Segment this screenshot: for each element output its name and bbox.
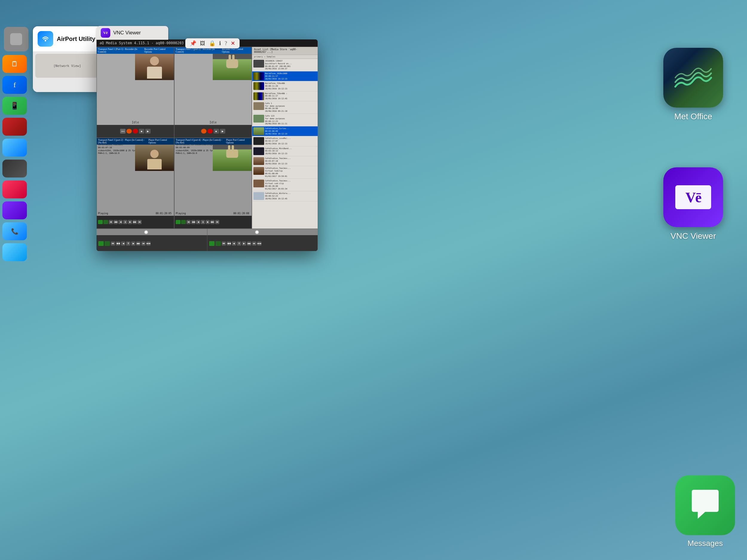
ctrl-btn-prev[interactable]: ⟵ [120, 129, 126, 133]
transport-panel-4: Transport Panel 4 [port-4] - Player (In … [174, 138, 252, 229]
asset-item-4[interactable]: Bars&Tone_720x486 :00:00:11:1718/05/2016… [252, 92, 318, 101]
ctrl-btn-rec-2[interactable] [207, 129, 213, 133]
progress-bar-1[interactable] [97, 229, 207, 235]
ctrl-btn-eject[interactable] [126, 129, 132, 133]
tc-pause-l[interactable]: ⏸ [126, 241, 130, 246]
ctrl-green2-4[interactable] [181, 220, 186, 224]
airport-utility-card[interactable]: AirPort Utility [Network View] [33, 26, 102, 92]
asset-item-6[interactable]: Cafe 123for demo purposes00:00:12:2328/0… [252, 114, 318, 126]
app-icon-6[interactable] [2, 159, 27, 178]
panel-3-status-row: Playing 00:01:20:05 [98, 212, 174, 215]
tc-play-r[interactable]: ▶ [242, 241, 246, 246]
progress-bar-2[interactable] [207, 229, 318, 235]
progress-handle-1[interactable] [144, 230, 148, 234]
tc-back-r[interactable]: ◀◀ [227, 241, 231, 246]
reminders-app-icon[interactable]: 🗒 [2, 55, 27, 73]
vnc-viewer-icon[interactable]: Vē [663, 167, 723, 227]
tc-pause-r[interactable]: ⏸ [237, 241, 241, 246]
tc-green-l1[interactable] [98, 241, 104, 246]
tc-back-l[interactable]: ◀◀ [116, 241, 120, 246]
panel-2-controls[interactable]: ■ ▶ [175, 125, 252, 137]
lock-icon[interactable]: 🔒 [209, 40, 215, 47]
app-icon-9[interactable]: 📞 [2, 222, 27, 240]
tc-frame-r[interactable]: ◀ [232, 241, 236, 246]
tc-green-l2[interactable] [105, 241, 110, 246]
app-icon-5[interactable] [2, 139, 27, 157]
ctrl-back-4[interactable]: ◀◀ [191, 220, 196, 224]
tc-green-r2[interactable] [215, 241, 221, 246]
ctrl-btn-rec[interactable] [133, 129, 138, 133]
help-icon[interactable]: ? [225, 40, 227, 47]
ctrl-pause-3[interactable]: ⏸ [123, 220, 127, 224]
panel-3-controls[interactable]: ⏮ ◀◀ ◀ ⏸ ▶ ▶▶ ⏭ [97, 216, 174, 228]
ctrl-back-3[interactable]: ◀◀ [113, 220, 118, 224]
ctrl-btn-play[interactable]: ▶ [145, 129, 151, 133]
screenshot-icon[interactable]: 🖼 [200, 40, 205, 47]
asset-item-2-selected[interactable]: Bars&Tone_1920x108000:00:11:1718/05/2016… [252, 71, 318, 81]
asset-thumb-8 [253, 137, 264, 145]
tc-ffw-r[interactable]: ⏭ [252, 241, 256, 246]
ctrl-green2-3[interactable] [103, 220, 108, 224]
ctrl-btn-stop[interactable]: ■ [139, 129, 144, 133]
asset-item-11[interactable]: CafeStudios_Tea(mov...Virtual Subclip00:… [252, 166, 318, 179]
tc-play-l[interactable]: ▶ [131, 241, 135, 246]
asset-item-1[interactable]: 20160826-130437QuickStart Record on...00… [252, 59, 318, 71]
ctrl-btn-play-2[interactable]: ▶ [220, 129, 225, 133]
facebook-app-icon[interactable]: f [2, 76, 27, 94]
app-icon-4[interactable] [2, 118, 27, 136]
asset-item-7-selected[interactable]: CafeStudios_Curiou...00:03:08:0918/05/20… [252, 126, 318, 136]
met-office-icon[interactable] [663, 48, 723, 108]
ctrl-btn-stop-2[interactable]: ■ [214, 129, 219, 133]
tc-ff-r[interactable]: ▶▶ [247, 241, 251, 246]
tc-green-r1[interactable] [209, 241, 214, 246]
ctrl-frame-back-3[interactable]: ◀ [118, 220, 123, 224]
pin-icon[interactable]: 📌 [190, 40, 196, 47]
asset-item-3[interactable]: Bars&Tone_720x48600:00:11:2018/05/2016 1… [252, 81, 318, 91]
asset-item-10[interactable]: CafeStudios_Tea(mov...00:03:07:1818/05/2… [252, 156, 318, 166]
ctrl-frame-back-4[interactable]: ◀ [196, 220, 200, 224]
facetime-app-icon[interactable]: 📱 [2, 97, 27, 115]
unknown-app-icon-1[interactable] [4, 27, 28, 51]
ctrl-ffw-3[interactable]: ⏭ [137, 220, 141, 224]
panel-2-status: Idle [209, 121, 216, 124]
ctrl-play-4[interactable]: ▶ [206, 220, 210, 224]
asset-item-8[interactable]: CafeStudios_LoveMe(...00:02:17:0718/05/2… [252, 136, 318, 146]
ctrl-rew-3[interactable]: ⏮ [109, 220, 113, 224]
met-office-waves-svg [672, 63, 714, 93]
app-icon-7[interactable] [2, 180, 27, 198]
asset-item-13[interactable]: CafeStudios_Winterw...00:00:52:2318/05/2… [252, 191, 318, 201]
tc-end-r[interactable]: ⏭⏭ [257, 241, 261, 246]
asset-item-12[interactable]: CafeStudios_Tea(mov...Virtual sub-clip00… [252, 179, 318, 191]
app-icon-8[interactable] [2, 201, 27, 219]
ctrl-pause-4[interactable]: ⏸ [201, 220, 205, 224]
ctrl-rew-4[interactable]: ⏮ [186, 220, 191, 224]
messages-icon[interactable] [675, 476, 735, 535]
progress-handle-2[interactable] [255, 230, 259, 234]
vnc-tab[interactable]: Vē VNC Viewer [97, 26, 168, 40]
asset-thumb-13 [253, 192, 264, 200]
asset-info-13: CafeStudios_Winterw...00:00:52:2318/05/2… [265, 192, 291, 200]
tc-end-l[interactable]: ⏭⏭ [147, 241, 151, 246]
ctrl-ff-3[interactable]: ▶▶ [133, 220, 137, 224]
tc-ff-l[interactable]: ▶▶ [136, 241, 140, 246]
ctrl-ff-4[interactable]: ▶▶ [210, 220, 214, 224]
info-icon[interactable]: ℹ [219, 40, 221, 47]
close-icon[interactable]: ✕ [231, 40, 235, 47]
tc-frame-l[interactable]: ◀ [121, 241, 125, 246]
ctrl-green-4[interactable] [176, 220, 180, 224]
ctrl-play-3[interactable]: ▶ [128, 220, 132, 224]
panel-4-controls[interactable]: ⏮ ◀◀ ◀ ⏸ ▶ ▶▶ ⏭ [175, 216, 252, 228]
met-office-label: Met Office [674, 112, 712, 121]
ctrl-btn-eject-2[interactable] [201, 129, 206, 133]
panel-1-controls[interactable]: ⟵ ■ ▶ [97, 125, 174, 137]
tc-ffw-l[interactable]: ⏭ [141, 241, 146, 246]
ctrl-green-3[interactable] [98, 220, 103, 224]
app-icon-10[interactable] [2, 243, 27, 261]
panel-3-actions: Player Port Control Options [149, 139, 173, 144]
asset-item-9[interactable]: CafeStudios_MiniBand...00:03:10:1318/05/… [252, 147, 318, 156]
panel-4-header: Transport Panel 4 [port-4] - Player (In … [175, 138, 252, 145]
tc-rew-r[interactable]: ⏮ [222, 241, 226, 246]
ctrl-ffw-4[interactable]: ⏭ [215, 220, 219, 224]
asset-item-5[interactable]: Cafe 1for demo purposes00:00:10:0028/06/… [252, 101, 318, 114]
tc-rew-l[interactable]: ⏮ [111, 241, 115, 246]
